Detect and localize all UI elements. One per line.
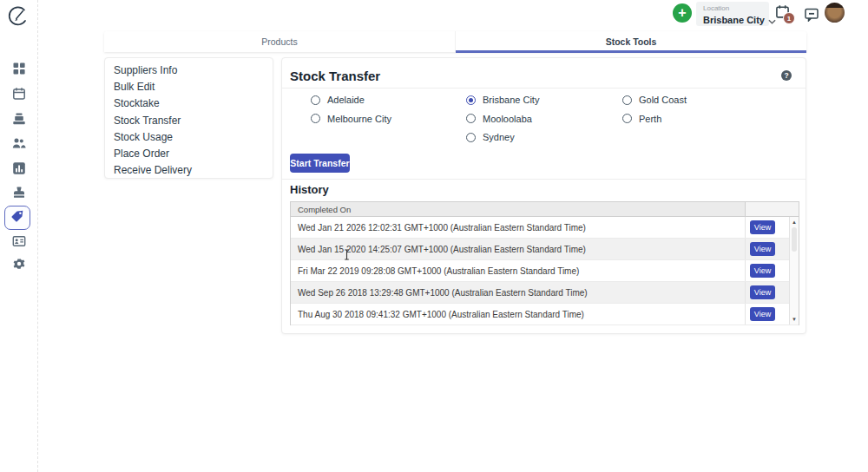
radio-icon bbox=[466, 133, 476, 142]
help-icon[interactable]: ? bbox=[781, 70, 792, 81]
radio-label: Brisbane City bbox=[483, 95, 539, 105]
calendar-icon[interactable] bbox=[11, 86, 27, 102]
radio-icon bbox=[311, 114, 320, 123]
menu-item-stock-usage[interactable]: Stock Usage bbox=[105, 128, 273, 145]
radio-icon bbox=[311, 95, 320, 105]
scroll-up-icon[interactable]: ▲ bbox=[790, 218, 799, 226]
dashboard-icon[interactable] bbox=[11, 61, 27, 76]
radio-label: Adelaide bbox=[327, 95, 365, 105]
completed-on-cell: Wed Jan 15 2020 14:25:07 GMT+1000 (Austr… bbox=[291, 239, 745, 259]
menu-item-receive-delivery[interactable]: Receive Delivery bbox=[105, 162, 273, 179]
completed-on-cell: Thu Aug 30 2018 09:41:32 GMT+1000 (Austr… bbox=[291, 304, 745, 324]
settings-gear-icon[interactable] bbox=[11, 256, 27, 272]
radio-adelaide[interactable]: Adelaide bbox=[311, 91, 391, 110]
location-label: Location bbox=[703, 4, 764, 12]
tag-icon bbox=[10, 209, 24, 226]
divider bbox=[282, 179, 806, 180]
radio-gold-coast[interactable]: Gold Coast bbox=[622, 91, 687, 110]
notification-badge: 1 bbox=[783, 12, 795, 24]
column-header-actions bbox=[745, 202, 799, 216]
view-button[interactable]: View bbox=[750, 242, 775, 256]
table-scrollbar[interactable]: ▲ ▼ bbox=[789, 217, 799, 324]
sidebar-item-stock-active[interactable] bbox=[4, 206, 30, 230]
calendar-notification-icon[interactable]: 1 bbox=[775, 4, 798, 27]
radio-sydney[interactable]: Sydney bbox=[466, 128, 539, 148]
table-row: Thu Aug 30 2018 09:41:32 GMT+1000 (Austr… bbox=[291, 304, 799, 325]
add-button[interactable]: + bbox=[673, 3, 692, 23]
chat-icon[interactable] bbox=[804, 6, 819, 22]
radio-label: Perth bbox=[639, 114, 661, 124]
tab-products[interactable]: Products bbox=[104, 31, 455, 52]
register-icon[interactable] bbox=[11, 111, 27, 127]
customers-icon[interactable] bbox=[11, 135, 27, 151]
sidebar-rail bbox=[0, 0, 38, 472]
column-header-completed-on: Completed On bbox=[291, 202, 745, 216]
radio-label: Melbourne City bbox=[327, 114, 391, 124]
view-button[interactable]: View bbox=[750, 220, 775, 234]
radio-icon bbox=[466, 114, 476, 123]
table-body: Wed Jan 21 2026 12:02:31 GMT+1000 (Austr… bbox=[291, 217, 799, 324]
brand-logo-icon[interactable] bbox=[7, 5, 30, 28]
tab-stock-tools[interactable]: Stock Tools bbox=[455, 31, 806, 52]
divider bbox=[282, 88, 806, 88]
completed-on-cell: Wed Sep 26 2018 13:29:48 GMT+1000 (Austr… bbox=[291, 282, 745, 303]
menu-item-place-order[interactable]: Place Order bbox=[105, 145, 273, 161]
location-value: Brisbane City bbox=[703, 15, 765, 25]
history-table: Completed On Wed Jan 21 2026 12:02:31 GM… bbox=[290, 201, 799, 325]
radio-icon bbox=[622, 114, 632, 123]
completed-on-cell: Wed Jan 21 2026 12:02:31 GMT+1000 (Austr… bbox=[291, 217, 745, 238]
location-column-3: Gold Coast Perth bbox=[622, 91, 687, 128]
stamp-icon[interactable] bbox=[11, 185, 27, 200]
avatar[interactable] bbox=[825, 3, 845, 23]
scroll-down-icon[interactable]: ▼ bbox=[790, 315, 799, 324]
table-row: Fri Mar 22 2019 09:28:08 GMT+1000 (Austr… bbox=[291, 260, 799, 282]
menu-item-bulk-edit[interactable]: Bulk Edit bbox=[105, 78, 273, 95]
location-column-2: Brisbane City Mooloolaba Sydney bbox=[466, 91, 539, 148]
table-row: Wed Jan 21 2026 12:02:31 GMT+1000 (Austr… bbox=[291, 217, 799, 239]
reports-icon[interactable] bbox=[11, 161, 27, 176]
tab-bar: Products Stock Tools bbox=[104, 31, 806, 52]
radio-icon-selected bbox=[466, 95, 476, 105]
stock-tools-menu: Suppliers Info Bulk Edit Stocktake Stock… bbox=[104, 57, 273, 179]
radio-label: Gold Coast bbox=[639, 95, 687, 105]
view-button[interactable]: View bbox=[750, 307, 775, 321]
contacts-icon[interactable] bbox=[11, 233, 27, 249]
radio-label: Mooloolaba bbox=[483, 114, 532, 124]
app-window: + Location Brisbane City 1 Products Stoc… bbox=[0, 0, 868, 472]
menu-item-suppliers-info[interactable]: Suppliers Info bbox=[105, 62, 273, 78]
radio-mooloolaba[interactable]: Mooloolaba bbox=[466, 109, 539, 128]
table-row: Wed Sep 26 2018 13:29:48 GMT+1000 (Austr… bbox=[291, 282, 799, 304]
radio-perth[interactable]: Perth bbox=[622, 109, 687, 128]
view-button[interactable]: View bbox=[750, 264, 775, 278]
radio-melbourne-city[interactable]: Melbourne City bbox=[311, 109, 391, 128]
location-selector[interactable]: Location Brisbane City bbox=[696, 2, 769, 26]
completed-on-cell: Fri Mar 22 2019 09:28:08 GMT+1000 (Austr… bbox=[291, 260, 745, 281]
location-column-1: Adelaide Melbourne City bbox=[311, 91, 391, 128]
start-transfer-button[interactable]: Start Transfer bbox=[290, 154, 350, 173]
table-row: Wed Jan 15 2020 14:25:07 GMT+1000 (Austr… bbox=[291, 239, 799, 260]
history-title: History bbox=[290, 183, 329, 196]
page-title: Stock Transfer bbox=[290, 69, 380, 83]
scrollbar-thumb[interactable] bbox=[792, 227, 797, 252]
menu-item-stocktake[interactable]: Stocktake bbox=[105, 95, 273, 112]
menu-item-stock-transfer[interactable]: Stock Transfer bbox=[105, 112, 273, 128]
table-header: Completed On bbox=[291, 202, 799, 217]
view-button[interactable]: View bbox=[750, 285, 775, 299]
radio-brisbane-city[interactable]: Brisbane City bbox=[466, 91, 539, 110]
stock-transfer-panel: Stock Transfer ? Adelaide Melbourne City… bbox=[281, 57, 806, 334]
radio-icon bbox=[622, 95, 632, 105]
radio-label: Sydney bbox=[483, 132, 515, 142]
